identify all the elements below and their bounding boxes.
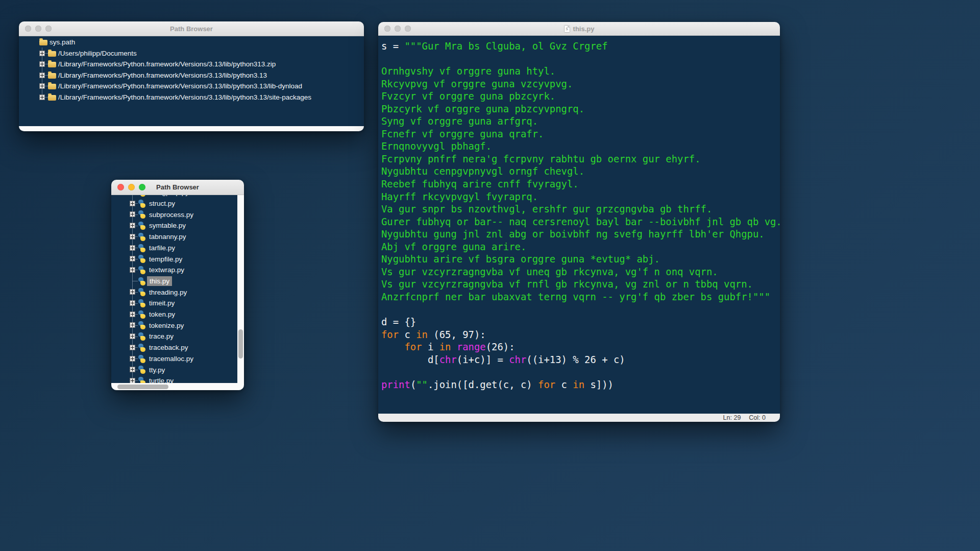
titlebar[interactable]: this.py — [378, 22, 780, 36]
tree-item[interactable]: /Users/philipp/Documents — [19, 48, 364, 59]
traffic-lights — [117, 180, 145, 195]
horizontal-scrollbar[interactable] — [19, 126, 364, 131]
code-line-19: Vs gur vzcyrzragngvba vf uneq gb rkcynva… — [381, 266, 780, 278]
tree-item-tabnanny-py[interactable]: tabnanny.py — [111, 231, 237, 243]
tree-item-textwrap-py[interactable]: textwrap.py — [111, 265, 237, 276]
python-file-icon — [138, 200, 146, 208]
tree-item-subprocess-py[interactable]: subprocess.py — [111, 209, 237, 220]
path-browser-window-top: Path Browser sys.path/Users/philipp/Docu… — [19, 21, 364, 131]
tree-item-trace-py[interactable]: trace.py — [111, 331, 237, 342]
tree-item-label: threading.py — [149, 286, 187, 298]
vertical-scrollbar-thumb[interactable] — [238, 329, 243, 358]
python-file-icon — [138, 321, 146, 329]
expand-icon[interactable] — [130, 356, 135, 362]
code-line-28: print("".join([d.get(c, c) for c in s])) — [381, 378, 780, 391]
tree-item-sys-path[interactable]: sys.path — [19, 37, 364, 48]
expand-icon[interactable] — [130, 223, 135, 228]
minimize-button[interactable] — [35, 26, 41, 32]
zoom-button[interactable] — [45, 26, 52, 32]
code-line-15: Gurer fubhyq or bar-- naq cersrenoyl bay… — [381, 215, 780, 228]
expand-icon[interactable] — [130, 289, 135, 295]
tree-item-this-py[interactable]: this.py — [111, 276, 237, 287]
sys-path-tree: sys.path/Users/philipp/Documents/Library… — [19, 36, 364, 126]
tree-item-label: sys.path — [50, 37, 75, 48]
expand-icon[interactable] — [130, 245, 135, 251]
tree-item-label: tabnanny.py — [149, 231, 186, 243]
tree-item-traceback-py[interactable]: traceback.py — [111, 342, 237, 353]
expand-icon[interactable] — [39, 94, 45, 100]
status-line: Ln: 29 — [723, 414, 741, 421]
tree-item-turtle-py[interactable]: turtle.py — [111, 375, 237, 383]
expand-icon[interactable] — [130, 367, 135, 372]
window-title: this.py — [573, 25, 595, 33]
expand-icon[interactable] — [130, 378, 135, 383]
tree-item-token-py[interactable]: token.py — [111, 309, 237, 320]
tree-item-label: traceback.py — [149, 342, 188, 353]
tree-item-struct-py[interactable]: struct.py — [111, 198, 237, 209]
expand-icon[interactable] — [39, 61, 45, 67]
code-line-14: Va gur snpr bs nzovthvgl, ershfr gur grz… — [381, 203, 780, 215]
tree-item[interactable]: /Library/Frameworks/Python.framework/Ver… — [19, 92, 364, 103]
tree-item-tokenize-py[interactable]: tokenize.py — [111, 320, 237, 331]
expand-icon[interactable] — [130, 322, 135, 328]
expand-icon[interactable] — [130, 300, 135, 306]
traffic-lights — [384, 22, 411, 35]
expand-icon[interactable] — [39, 73, 45, 78]
tree-item[interactable]: /Library/Frameworks/Python.framework/Ver… — [19, 81, 364, 92]
titlebar[interactable]: Path Browser — [19, 21, 364, 36]
expand-icon[interactable] — [130, 267, 135, 273]
folder-icon — [39, 40, 47, 45]
tree-item-tarfile-py[interactable]: tarfile.py — [111, 243, 237, 254]
tree-item-threading-py[interactable]: threading.py — [111, 286, 237, 298]
expand-icon[interactable] — [130, 256, 135, 261]
expand-icon[interactable] — [130, 345, 135, 350]
code-line-27 — [381, 366, 780, 378]
tree-item-timeit-py[interactable]: timeit.py — [111, 298, 237, 309]
code-line-4: Rkcyvpvg vf orggre guna vzcyvpvg. — [381, 78, 780, 90]
zoom-button[interactable] — [139, 184, 145, 190]
tree-item-label: /Users/philipp/Documents — [58, 48, 137, 59]
expand-icon[interactable] — [130, 211, 135, 217]
code-line-23: d = {} — [381, 316, 780, 328]
minimize-button[interactable] — [128, 184, 135, 190]
tree-item-label: /Library/Frameworks/Python.framework/Ver… — [58, 92, 311, 103]
close-button[interactable] — [384, 26, 390, 32]
expand-icon[interactable] — [130, 312, 135, 317]
tree-item-tracemalloc-py[interactable]: tracemalloc.py — [111, 353, 237, 365]
expand-icon[interactable] — [130, 234, 135, 239]
tree-item-symtable-py[interactable]: symtable.py — [111, 220, 237, 231]
code-line-3: Ornhgvshy vf orggre guna htyl. — [381, 65, 780, 78]
code-line-21: Anzrfcnprf ner bar ubaxvat terng vqrn --… — [381, 291, 780, 303]
code-line-13: Hayrff rkcyvpvgyl fvyraprq. — [381, 190, 780, 203]
code-line-2 — [381, 53, 780, 65]
tree-item-label: symtable.py — [149, 220, 186, 231]
tree-item-label: struct.py — [149, 198, 175, 209]
horizontal-scrollbar[interactable] — [111, 383, 244, 390]
code-editor[interactable]: s = """Gur Mra bs Clguba, ol Gvz CrgrefO… — [378, 36, 780, 414]
tree-item-tty-py[interactable]: tty.py — [111, 364, 237, 375]
tree-connector — [132, 281, 138, 281]
tree-item[interactable]: /Library/Frameworks/Python.framework/Ver… — [19, 59, 364, 70]
tree-item[interactable]: /Library/Frameworks/Python.framework/Ver… — [19, 70, 364, 81]
python-file-icon — [138, 222, 146, 230]
expand-icon[interactable] — [39, 83, 45, 89]
expand-icon[interactable] — [130, 201, 135, 206]
close-button[interactable] — [25, 26, 31, 32]
expand-icon[interactable] — [39, 51, 45, 56]
python-file-icon — [138, 377, 146, 383]
minimize-button[interactable] — [395, 26, 401, 32]
code-line-6: Pbzcyrk vf orggre guna pbzcyvpngrq. — [381, 103, 780, 115]
tree-item-tempfile-py[interactable]: tempfile.py — [111, 253, 237, 265]
horizontal-scrollbar-thumb[interactable] — [117, 385, 168, 389]
folder-icon — [48, 84, 56, 89]
python-file-icon — [138, 195, 146, 197]
python-file-icon — [138, 233, 146, 241]
python-file-icon — [138, 266, 146, 274]
zoom-button[interactable] — [405, 26, 411, 32]
close-button[interactable] — [117, 184, 124, 190]
vertical-scrollbar[interactable] — [237, 195, 244, 383]
python-file-icon — [138, 344, 146, 352]
tree-item-label: trace.py — [149, 331, 174, 342]
expand-icon[interactable] — [130, 333, 135, 339]
titlebar[interactable]: Path Browser — [111, 180, 244, 195]
